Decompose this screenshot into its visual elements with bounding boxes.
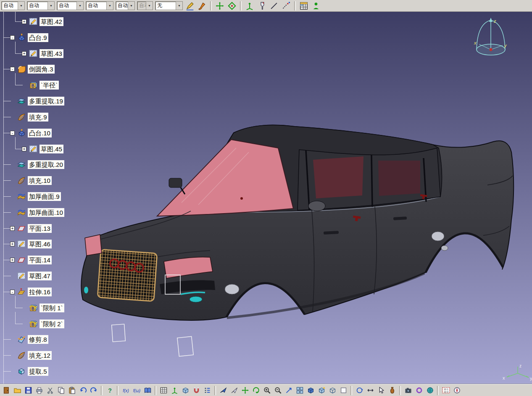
formula-fw-icon[interactable]: f(ω) xyxy=(132,386,141,395)
tree-item[interactable]: +草图.42 xyxy=(22,16,63,26)
tree-expander[interactable]: - xyxy=(10,35,15,40)
pan-icon[interactable] xyxy=(240,386,250,395)
tree-item[interactable]: -凸台.9 xyxy=(10,32,48,42)
dropdown-arrow-icon[interactable]: ▼ xyxy=(106,2,113,10)
cut-icon[interactable] xyxy=(45,386,55,395)
dropdown-arrow-icon[interactable]: ▼ xyxy=(47,2,54,10)
tree-expander[interactable]: + xyxy=(22,19,26,24)
tree-item[interactable]: -凸台.10 xyxy=(10,128,52,138)
tree-item[interactable]: 填充.12 xyxy=(10,350,52,360)
dropdown-arrow-icon[interactable]: ▼ xyxy=(18,2,24,10)
tree-item-label[interactable]: 填充.12 xyxy=(28,351,52,360)
tree-item-label[interactable]: 拉伸.16 xyxy=(28,288,52,296)
compass-rotate-icon[interactable] xyxy=(227,1,237,11)
dropdown-arrow-icon[interactable]: ▼ xyxy=(76,2,83,10)
snap-points-icon[interactable] xyxy=(281,1,291,11)
tree-item[interactable]: 加厚曲面.10 xyxy=(10,207,64,217)
tree-expander[interactable]: + xyxy=(22,51,26,56)
material-vase-icon[interactable] xyxy=(387,386,397,395)
line-tool-icon[interactable] xyxy=(269,1,279,11)
paintbrush-icon[interactable] xyxy=(197,1,207,11)
wireframe-view-icon[interactable] xyxy=(328,386,337,395)
tree-item-label[interactable]: `限制 2` xyxy=(40,319,64,328)
dropdown-filter-2[interactable]: 自动▼ xyxy=(27,1,55,10)
dropdown-filter-6[interactable]: 自动▼ xyxy=(137,1,153,10)
knowledge-book-icon[interactable] xyxy=(143,386,152,395)
tree-item-label[interactable]: 凸台.10 xyxy=(28,129,52,137)
undo-icon[interactable] xyxy=(78,386,87,395)
dropdown-arrow-icon[interactable]: ▼ xyxy=(146,2,153,10)
dropdown-arrow-icon[interactable]: ▼ xyxy=(128,2,134,10)
formula-fx-icon[interactable]: f(x) xyxy=(121,386,130,395)
tree-item[interactable]: +平面.13 xyxy=(10,223,52,233)
pin-icon[interactable] xyxy=(257,1,267,11)
paper-plane-icon[interactable] xyxy=(229,386,239,395)
paste-icon[interactable] xyxy=(67,386,76,395)
view-compass[interactable]: z x y xyxy=(474,18,507,55)
tree-item-label[interactable]: `限制 1` xyxy=(40,304,64,312)
tree-item-label[interactable]: 填充.9 xyxy=(28,113,48,121)
tree-item[interactable]: +平面.14 xyxy=(10,255,52,265)
compass-tool-icon[interactable] xyxy=(452,386,461,395)
normal-view-icon[interactable] xyxy=(284,386,293,395)
tree-item-label[interactable]: 加厚曲面.10 xyxy=(28,208,64,217)
selection-box[interactable] xyxy=(177,336,193,356)
help-icon[interactable]: ? xyxy=(105,386,114,395)
zoom-in-icon[interactable] xyxy=(262,386,271,395)
dropdown-filter-4[interactable]: 自动▼ xyxy=(86,1,113,10)
axis-system-small-icon[interactable] xyxy=(245,1,255,11)
environment-earth-icon[interactable] xyxy=(425,386,435,395)
fly-mode-icon[interactable] xyxy=(219,386,228,395)
compass-move-icon[interactable] xyxy=(215,1,225,11)
tree-item-label[interactable]: 草图.45 xyxy=(40,145,63,153)
magnet-icon[interactable] xyxy=(192,386,201,395)
tree-expander[interactable]: + xyxy=(10,226,15,231)
axis-system-icon[interactable] xyxy=(170,386,179,395)
copy-icon[interactable] xyxy=(56,386,66,395)
tree-item[interactable]: -倒圆角.3 xyxy=(10,64,55,74)
tree-item-label[interactable]: 草图.46 xyxy=(28,240,52,248)
redo-icon[interactable] xyxy=(89,386,98,395)
tree-item[interactable]: +草图.43 xyxy=(22,48,63,58)
compass-anchor-dot[interactable] xyxy=(490,48,492,51)
tree-item[interactable]: B`限制 2` xyxy=(22,319,64,329)
dropdown-filter-5[interactable]: 自动▼ xyxy=(116,1,135,10)
rotate-view-icon[interactable] xyxy=(251,386,261,395)
shading-edges-icon[interactable] xyxy=(317,386,326,395)
tree-item-label[interactable]: 填充.10 xyxy=(28,176,52,185)
tree-item[interactable]: 加厚曲面.9 xyxy=(10,191,61,201)
tree-item[interactable]: -拉伸.16 xyxy=(10,287,52,297)
tree-item-label[interactable]: 倒圆角.3 xyxy=(28,65,55,74)
tree-item[interactable]: 草图.47 xyxy=(10,271,52,281)
viewport-3d[interactable]: z x y x y z +草图.42-凸台.9+草图.43-倒圆角.3B`半径`… xyxy=(0,12,532,384)
turntable-icon[interactable] xyxy=(355,386,364,395)
tree-item-label[interactable]: 多重提取.20 xyxy=(28,160,64,169)
tree-item[interactable]: 多重提取.20 xyxy=(10,159,64,169)
tree-item-label[interactable]: 草图.43 xyxy=(40,49,63,58)
tree-item-label[interactable]: 凸台.9 xyxy=(28,33,48,42)
tree-item[interactable]: +草图.46 xyxy=(10,239,52,249)
open-file-icon[interactable] xyxy=(13,386,22,395)
tree-item[interactable]: 填充.10 xyxy=(10,175,52,185)
tree-expander[interactable]: - xyxy=(10,290,15,294)
tree-item-label[interactable]: 草图.42 xyxy=(40,17,63,26)
multi-view-icon[interactable] xyxy=(295,386,304,395)
save-icon[interactable] xyxy=(24,386,33,395)
tree-item[interactable]: 提取.5 xyxy=(10,366,48,376)
tree-item[interactable]: 修剪.8 xyxy=(10,334,48,344)
checklist-icon[interactable] xyxy=(203,386,212,395)
design-table-icon[interactable] xyxy=(299,1,309,11)
tree-expander[interactable]: - xyxy=(10,67,15,71)
tree-item[interactable]: +草图.45 xyxy=(22,144,63,154)
tree-item[interactable]: B`限制 1` xyxy=(22,303,64,313)
circle-ring-icon[interactable] xyxy=(414,386,424,395)
tree-expander[interactable]: - xyxy=(10,131,15,135)
windshield[interactable] xyxy=(157,140,293,216)
tree-item-label[interactable]: 草图.47 xyxy=(28,272,52,280)
measure-cube-icon[interactable] xyxy=(181,386,190,395)
blank-view-icon[interactable] xyxy=(339,386,348,395)
dropdown-filter-3[interactable]: 自动▼ xyxy=(57,1,84,10)
tree-item-label[interactable]: 平面.13 xyxy=(28,224,52,233)
tree-item-label[interactable]: 提取.5 xyxy=(28,367,48,376)
scale-ruler-icon[interactable]: 10.110.0 xyxy=(441,386,450,395)
